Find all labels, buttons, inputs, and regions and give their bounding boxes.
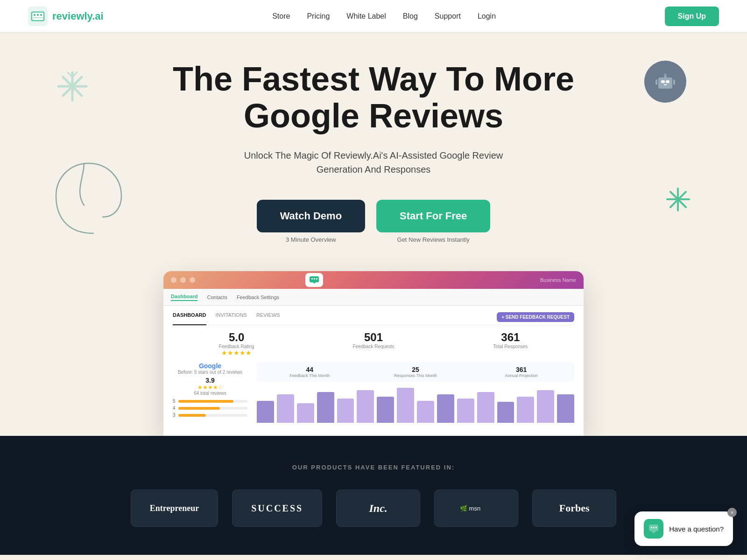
logo[interactable]: reviewly.ai (28, 7, 104, 26)
svg-point-21 (664, 73, 667, 76)
logo-text: reviewly.ai (52, 10, 104, 22)
mockup-section-tabs: DASHBOARD INVITATIONS REVIEWS + SEND FEE… (173, 312, 574, 325)
featured-logos: Entrepreneur SUCCESS Inc. 🌿 msn Forbes (37, 490, 710, 527)
mockup-tab-dashboard: Dashboard (171, 294, 197, 301)
nav-login[interactable]: Login (478, 12, 496, 20)
svg-point-5 (40, 14, 42, 16)
google-stars: ★★★★☆ (173, 384, 247, 391)
nav-blog[interactable]: Blog (403, 12, 418, 20)
svg-rect-25 (311, 278, 313, 280)
svg-rect-23 (673, 79, 675, 85)
section-tab-dashboard: DASHBOARD (173, 312, 206, 325)
google-rating-value: 3.9 (173, 377, 247, 384)
robot-icon (644, 61, 686, 103)
svg-rect-18 (666, 80, 669, 83)
send-feedback-btn[interactable]: + SEND FEEDBACK REQUEST (497, 312, 574, 322)
bar-chart (257, 387, 574, 425)
chart-bar-1 (277, 394, 294, 423)
mockup-content: DASHBOARD INVITATIONS REVIEWS + SEND FEE… (163, 306, 584, 436)
chart-bar-3 (317, 392, 334, 423)
mockup-tab-contacts: Contacts (207, 294, 227, 300)
nav-white-label[interactable]: White Label (346, 12, 386, 20)
chart-bar-0 (257, 401, 274, 423)
mockup-nav: Dashboard Contacts Feedback Settings (163, 289, 584, 306)
signup-button[interactable]: Sign Up (665, 7, 719, 26)
logo-icon (28, 7, 48, 26)
watch-demo-button[interactable]: Watch Demo (257, 200, 365, 232)
svg-rect-27 (316, 278, 317, 280)
chart-bar-7 (397, 388, 414, 423)
svg-point-4 (37, 14, 39, 16)
featured-label: OUR PRODUCTS HAVE BEEN FEATURED IN: (37, 464, 710, 471)
svg-rect-19 (664, 84, 667, 85)
mockup-main-stats: 5.0 Feedback Rating ★★★★★ 501 Feedback R… (173, 331, 574, 357)
stat-requests: 501 Feedback Requests (310, 331, 437, 357)
hero-section: The Fastest Way To More Google Reviews U… (0, 33, 747, 436)
chart-bar-2 (297, 403, 314, 423)
nav-pricing[interactable]: Pricing (307, 12, 330, 20)
rating-bars: 5 4 3 (173, 399, 247, 418)
chart-bar-9 (437, 394, 454, 423)
chat-icon (644, 519, 663, 539)
nav-store[interactable]: Store (272, 12, 290, 20)
section-tab-reviews: REVIEWS (256, 312, 280, 322)
google-reviews-count: 64 total reviews (173, 391, 247, 396)
logo-inc: Inc. (336, 490, 420, 527)
dashboard-mockup: Business Name Dashboard Contacts Feedbac… (163, 271, 584, 436)
chat-close-button[interactable]: × (727, 508, 737, 517)
chart-section: 44 Feedback This Month 25 Responses This… (257, 362, 574, 425)
google-logo: Google (173, 362, 247, 370)
snowflake-left-icon (56, 70, 89, 109)
chat-bubble[interactable]: × Have a question? (634, 511, 733, 546)
svg-rect-17 (661, 80, 665, 83)
chat-label: Have a question? (669, 525, 724, 533)
svg-rect-31 (653, 527, 655, 528)
svg-rect-26 (314, 278, 315, 280)
browser-dot-1 (171, 277, 176, 283)
chart-bar-15 (557, 394, 574, 423)
logo-forbes: Forbes (532, 490, 616, 527)
chart-bar-11 (477, 392, 494, 423)
chart-bar-12 (497, 402, 514, 423)
browser-dot-2 (180, 277, 186, 283)
chart-bar-10 (457, 399, 474, 423)
logo-success: SUCCESS (232, 490, 322, 527)
sub-stat-44: 44 Feedback This Month (261, 366, 359, 378)
chart-bar-6 (377, 397, 394, 423)
swirl-decoration (47, 149, 140, 243)
snowflake-right-icon (665, 187, 691, 218)
chart-bar-5 (357, 390, 374, 423)
svg-rect-32 (655, 527, 657, 528)
chart-bar-4 (337, 399, 354, 423)
logo-msn: 🌿 msn (434, 490, 518, 527)
stat-rating: 5.0 Feedback Rating ★★★★★ (173, 331, 300, 357)
logo-entrepreneur: Entrepreneur (131, 490, 218, 527)
navigation: reviewly.ai Store Pricing White Label Bl… (0, 0, 747, 33)
stat-responses: 361 Total Responses (447, 331, 574, 357)
svg-text:🌿 msn: 🌿 msn (460, 504, 480, 512)
watch-demo-sublabel: 3 Minute Overview (286, 236, 336, 243)
section-tab-invitations: INVITATIONS (216, 312, 247, 322)
google-rating-block: Google Before: 5 stars out of 2 reviews … (173, 362, 247, 425)
mockup-tab-feedback: Feedback Settings (237, 294, 279, 300)
start-free-button[interactable]: Start For Free (376, 200, 490, 232)
browser-bar: Business Name (163, 271, 584, 289)
svg-rect-30 (651, 527, 652, 528)
chart-bar-13 (517, 397, 534, 423)
chart-bar-14 (537, 390, 554, 423)
hero-subtitle: Unlock The Magic Of Reviewly.Ai's AI-Ass… (243, 148, 504, 176)
svg-rect-22 (655, 79, 657, 85)
chart-bar-8 (417, 401, 434, 423)
nav-support[interactable]: Support (435, 12, 461, 20)
nav-links: Store Pricing White Label Blog Support L… (272, 12, 496, 21)
svg-rect-2 (32, 12, 44, 21)
business-name: Business Name (540, 277, 576, 283)
sub-stats: 44 Feedback This Month 25 Responses This… (257, 362, 574, 382)
hero-title: The Fastest Way To More Google Reviews (163, 61, 584, 134)
sub-stat-361: 361 Annual Projection (472, 366, 571, 378)
svg-rect-16 (658, 77, 672, 89)
start-free-sublabel: Get New Reviews Instantly (397, 236, 470, 243)
svg-point-3 (34, 14, 35, 16)
browser-dot-3 (190, 277, 195, 283)
sub-stat-25: 25 Responses This Month (366, 366, 465, 378)
